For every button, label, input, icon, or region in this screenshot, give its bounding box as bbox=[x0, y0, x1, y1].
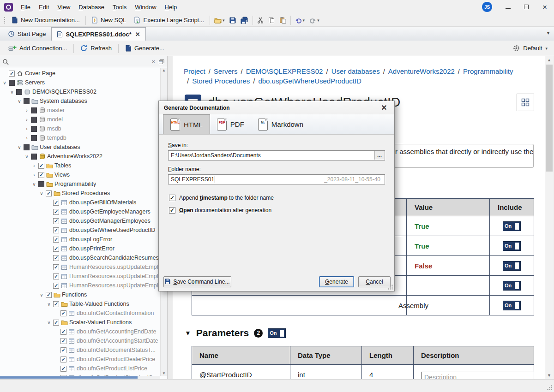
tree-checkbox[interactable] bbox=[31, 126, 37, 132]
tree-item[interactable]: ∨AdventureWorks2022 bbox=[0, 152, 160, 161]
scroll-up-arrow[interactable]: ▲ bbox=[161, 68, 167, 72]
tree-checkbox[interactable]: ✓ bbox=[60, 366, 66, 372]
copy-button[interactable] bbox=[266, 16, 277, 25]
minimize-button[interactable] bbox=[499, 0, 517, 14]
tree-item[interactable]: ∨✓Functions bbox=[0, 290, 160, 299]
toolbar-grip[interactable] bbox=[4, 17, 6, 24]
tree-item[interactable]: ∨DEMO\SQLEXPRESS02 bbox=[0, 87, 160, 96]
tree-checkbox[interactable]: ✓ bbox=[38, 163, 44, 169]
tree-collapse-icon[interactable]: ∨ bbox=[17, 145, 22, 150]
paste-button[interactable] bbox=[277, 15, 289, 25]
search-clear-icon[interactable]: × bbox=[151, 58, 156, 65]
tree-item[interactable]: ✓HumanResources.uspUpdateEmpl... bbox=[0, 262, 160, 272]
breadcrumb-link[interactable]: Project bbox=[184, 67, 205, 75]
tree-checkbox[interactable]: ✓ bbox=[53, 200, 59, 206]
user-account-badge[interactable]: JS bbox=[482, 2, 492, 12]
tree-collapse-icon[interactable]: ∨ bbox=[46, 302, 52, 307]
tree-checkbox[interactable]: ✓ bbox=[53, 227, 59, 233]
tree-checkbox[interactable] bbox=[31, 135, 37, 141]
dialog-resize-grip[interactable] bbox=[387, 284, 393, 290]
tree-expand-icon[interactable]: › bbox=[31, 163, 37, 168]
format-tab-html[interactable]: HTMLHTML bbox=[163, 114, 210, 134]
layout-dropdown-caret[interactable]: ▾ bbox=[545, 46, 548, 51]
layout-selector[interactable]: Default ▾ bbox=[513, 45, 554, 52]
tree-checkbox[interactable]: ✓ bbox=[9, 71, 15, 77]
undo-dropdown-caret[interactable]: ▾ bbox=[303, 18, 305, 23]
tree-item[interactable]: ✓dbo.ufnGetProductListPrice bbox=[0, 364, 160, 373]
collapse-all-icon[interactable] bbox=[158, 59, 165, 65]
tree-item[interactable]: ✓dbo.ufnGetAccountingEndDate bbox=[0, 327, 160, 336]
tree-item[interactable]: ✓dbo.uspGetManagerEmployees bbox=[0, 216, 160, 226]
tab-overflow-caret[interactable]: ▾ bbox=[547, 30, 549, 36]
tree-checkbox[interactable]: ✓ bbox=[38, 172, 44, 178]
close-button[interactable]: × bbox=[536, 0, 554, 14]
tree-checkbox[interactable] bbox=[24, 98, 30, 104]
tab-start-page[interactable]: Start Page bbox=[3, 27, 51, 41]
tree-item[interactable]: ›✓Views bbox=[0, 170, 160, 179]
tree-hscrollbar-thumb[interactable] bbox=[0, 376, 138, 379]
tab-sqlexpress01-ddoc[interactable]: SQLEXPRESS01.ddoc* ✕ bbox=[51, 27, 145, 41]
cut-button[interactable] bbox=[255, 16, 266, 25]
breadcrumb-link[interactable]: dbo.uspGetWhereUsedProductID bbox=[258, 77, 361, 85]
tree-checkbox[interactable]: ✓ bbox=[60, 338, 66, 344]
refresh-button[interactable]: Refresh bbox=[76, 42, 116, 54]
scroll-up-arrow[interactable]: ▲ bbox=[545, 58, 553, 62]
menu-edit[interactable]: Edit bbox=[35, 1, 53, 13]
tree-item[interactable]: ✓dbo.ufnGetProductDealerPrice bbox=[0, 355, 160, 364]
tree-checkbox[interactable]: ✓ bbox=[53, 283, 59, 289]
breadcrumb-link[interactable]: Programmability bbox=[463, 67, 513, 75]
description-input[interactable]: Description bbox=[421, 372, 533, 379]
tree-collapse-icon[interactable]: ∨ bbox=[46, 320, 52, 325]
tree-collapse-icon[interactable]: ∨ bbox=[17, 99, 22, 104]
tree-item[interactable]: ∨Programmability bbox=[0, 179, 160, 189]
on-toggle[interactable]: On bbox=[503, 281, 521, 291]
window-resize-grip[interactable] bbox=[547, 385, 553, 391]
tree-item[interactable]: ✓dbo.ufnGetContactInformation bbox=[0, 309, 160, 318]
tree-item[interactable]: ›master bbox=[0, 106, 160, 115]
content-vertical-scrollbar[interactable]: ▲ ▼ bbox=[545, 56, 553, 379]
tree-checkbox[interactable] bbox=[38, 181, 44, 187]
tree-item[interactable]: ✓dbo.uspLogError bbox=[0, 235, 160, 244]
add-connection-button[interactable]: Add Connection... bbox=[4, 42, 72, 54]
tree-checkbox[interactable] bbox=[9, 80, 15, 86]
tree-item[interactable]: ✓Cover Page bbox=[0, 69, 160, 78]
tree-item[interactable]: ✓dbo.ufnGetAccountingStartDate bbox=[0, 336, 160, 345]
folder-name-field[interactable]: SQLEXPRESS01 _2023-08-11_10-55-40 bbox=[168, 174, 385, 184]
tree-item[interactable]: ∨System databases bbox=[0, 96, 160, 106]
open-documentation-checkbox[interactable]: ✓ Open documentation after generation bbox=[169, 207, 394, 214]
scroll-down-arrow[interactable]: ▼ bbox=[545, 373, 553, 378]
tree-checkbox[interactable]: ✓ bbox=[60, 329, 66, 335]
dialog-close-icon[interactable]: ✕ bbox=[379, 103, 389, 112]
dialog-generate-button[interactable]: Generate bbox=[319, 276, 354, 287]
checkbox-checked-icon[interactable]: ✓ bbox=[169, 207, 175, 214]
tree-item[interactable]: ›msdb bbox=[0, 124, 160, 133]
open-dropdown-caret[interactable]: ▾ bbox=[223, 18, 225, 23]
tree-collapse-icon[interactable]: ∨ bbox=[2, 80, 7, 85]
on-toggle[interactable]: On bbox=[503, 301, 521, 310]
tree-checkbox[interactable]: ✓ bbox=[53, 273, 59, 279]
tree-checkbox[interactable] bbox=[31, 107, 37, 113]
parameters-on-toggle[interactable]: On bbox=[268, 328, 286, 338]
tree-checkbox[interactable] bbox=[31, 154, 37, 160]
tree-checkbox[interactable] bbox=[16, 89, 22, 95]
tree-item[interactable]: ›model bbox=[0, 115, 160, 124]
tree-collapse-icon[interactable]: ∨ bbox=[39, 292, 44, 297]
menu-database[interactable]: Database bbox=[74, 1, 108, 13]
menu-help[interactable]: Help bbox=[161, 1, 181, 13]
menu-window[interactable]: Window bbox=[131, 1, 160, 13]
tree-collapse-icon[interactable]: ∨ bbox=[39, 191, 44, 196]
tree-horizontal-scrollbar[interactable] bbox=[0, 376, 160, 379]
tree-item[interactable]: ∨Servers bbox=[0, 78, 160, 87]
tree-item[interactable]: ✓HumanResources.uspUpdateEmpl... bbox=[0, 272, 160, 281]
browse-button[interactable]: ... bbox=[374, 151, 384, 160]
tree-item[interactable]: ✓dbo.uspGetBillOfMaterials bbox=[0, 198, 160, 207]
tree-collapse-icon[interactable]: ∨ bbox=[9, 89, 15, 95]
tree-checkbox[interactable]: ✓ bbox=[53, 255, 59, 261]
on-toggle[interactable]: On bbox=[503, 221, 521, 231]
search-input[interactable] bbox=[11, 58, 148, 66]
tree-checkbox[interactable]: ✓ bbox=[53, 237, 59, 243]
tree-collapse-icon[interactable]: ∨ bbox=[24, 154, 30, 159]
tree-item[interactable]: ∨✓Table-Valued Functions bbox=[0, 299, 160, 309]
tree-checkbox[interactable]: ✓ bbox=[46, 292, 52, 298]
open-button[interactable]: ▾ bbox=[212, 16, 227, 25]
